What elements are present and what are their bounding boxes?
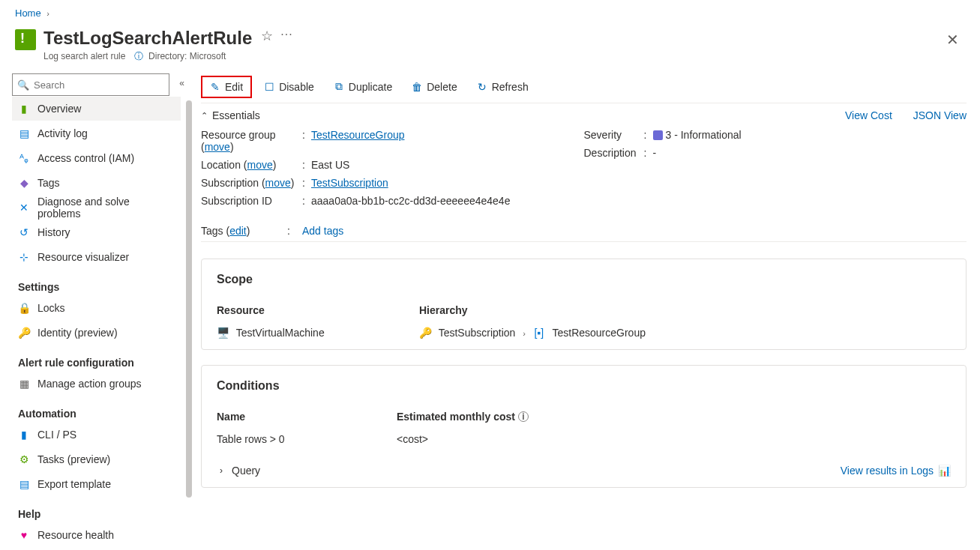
nav-cli-ps[interactable]: ▮ CLI / PS: [12, 423, 181, 447]
search-input[interactable]: [32, 79, 164, 91]
nav-diagnose[interactable]: ✕ Diagnose and solve problems: [12, 196, 181, 220]
export-template-icon: ▤: [18, 478, 30, 490]
scope-hierarchy-sub: TestSubscription: [439, 327, 516, 339]
diagnose-icon: ✕: [18, 202, 30, 214]
query-label: Query: [232, 465, 260, 477]
cond-query-row[interactable]: › Query View results in Logs 📊: [217, 456, 951, 477]
access-control-icon: ᴬᵩ: [18, 152, 30, 164]
sidebar: « 🔍 ▮ Overview ▤ Activity log ᴬᵩ Access …: [0, 70, 187, 550]
sub-value-link[interactable]: TestSubscription: [311, 177, 388, 189]
search-icon: 🔍: [17, 79, 29, 91]
nav-label: Manage action groups: [37, 378, 142, 390]
view-cost-link[interactable]: View Cost: [845, 109, 892, 121]
subid-value: aaaa0a0a-bb1b-cc2c-dd3d-eeeeee4e4e4e: [311, 195, 510, 207]
nav-section-alert: Alert rule configuration: [18, 357, 187, 369]
sub-label: Subscription: [201, 177, 259, 189]
scope-row: 🖥️ TestVirtualMachine 🔑 TestSubscription…: [217, 327, 951, 339]
view-logs-link[interactable]: View results in Logs: [841, 465, 934, 477]
nav-label: Export template: [37, 478, 111, 490]
nav-label: Diagnose and solve problems: [37, 196, 175, 220]
collapse-sidebar-icon[interactable]: «: [179, 78, 184, 88]
nav-tasks[interactable]: ⚙ Tasks (preview): [12, 447, 181, 471]
chevron-right-icon: ›: [523, 329, 526, 338]
chevron-up-icon: ⌃: [201, 111, 208, 121]
lock-icon: 🔒: [18, 302, 30, 314]
essentials-header[interactable]: ⌃ Essentials View Cost JSON View: [201, 109, 967, 121]
close-button[interactable]: ✕: [940, 28, 965, 52]
rg-label: Resource group: [201, 129, 276, 141]
page-header: TestLogSearchAlertRule Log search alert …: [0, 22, 980, 70]
nav-tags[interactable]: ◆ Tags: [12, 171, 181, 195]
sidebar-search[interactable]: 🔍: [12, 73, 169, 96]
conditions-title: Conditions: [217, 379, 951, 393]
scope-col-hierarchy: Hierarchy: [419, 304, 951, 316]
desc-value: -: [653, 147, 657, 159]
breadcrumb-home[interactable]: Home: [15, 7, 41, 19]
severity-badge-icon: [653, 130, 663, 140]
nav-resource-health[interactable]: ♥ Resource health: [12, 523, 181, 547]
edit-icon: ✎: [210, 81, 220, 93]
chevron-right-icon: ›: [46, 9, 49, 18]
key-icon: 🔑: [419, 327, 431, 339]
cond-col-cost: Estimated monthly cost i: [397, 411, 951, 423]
nav-locks[interactable]: 🔒 Locks: [12, 296, 181, 320]
desc-label: Description: [584, 147, 644, 159]
nav-section-help: Help: [18, 508, 187, 520]
nav-activity-log[interactable]: ▤ Activity log: [12, 121, 181, 145]
history-icon: ↺: [18, 226, 30, 238]
nav-action-groups[interactable]: ▦ Manage action groups: [12, 372, 181, 396]
disable-button[interactable]: ☐ Disable: [256, 76, 322, 98]
refresh-button[interactable]: ↻ Refresh: [469, 76, 536, 98]
sub-move-link[interactable]: move: [265, 177, 291, 189]
scope-hierarchy-rg: TestResourceGroup: [552, 327, 646, 339]
tags-icon: ◆: [18, 177, 30, 189]
scope-resource: TestVirtualMachine: [236, 327, 325, 339]
info-icon[interactable]: ⓘ: [134, 51, 143, 61]
nav-access-control[interactable]: ᴬᵩ Access control (IAM): [12, 146, 181, 170]
nav-history[interactable]: ↺ History: [12, 220, 181, 244]
loc-move-link[interactable]: move: [247, 159, 273, 171]
info-icon[interactable]: i: [518, 411, 529, 422]
nav-label: Locks: [37, 302, 65, 314]
logs-icon: 📊: [938, 465, 951, 477]
essentials-grid: Resource group (move) : TestResourceGrou…: [201, 129, 967, 213]
more-menu-icon[interactable]: ···: [280, 28, 292, 41]
cond-cost: <cost>: [397, 433, 951, 445]
nav-overview[interactable]: ▮ Overview: [12, 97, 181, 121]
delete-button[interactable]: 🗑 Delete: [404, 76, 464, 98]
nav-export-template[interactable]: ▤ Export template: [12, 472, 181, 496]
main-content: ✎ Edit ☐ Disable ⧉ Duplicate 🗑 Delete ↻ …: [187, 70, 980, 550]
rg-value-link[interactable]: TestResourceGroup: [311, 129, 405, 141]
cli-icon: ▮: [18, 429, 30, 441]
edit-button[interactable]: ✎ Edit: [201, 76, 252, 98]
chevron-right-icon: ›: [220, 465, 223, 476]
scope-card: Scope Resource Hierarchy 🖥️ TestVirtualM…: [201, 259, 967, 350]
rg-move-link[interactable]: move: [205, 141, 230, 153]
nav-resource-visualizer[interactable]: ⊹ Resource visualizer: [12, 245, 181, 269]
nav-label: Overview: [37, 103, 81, 115]
page-subtitle: Log search alert rule ⓘ Directory: Micro…: [43, 50, 252, 63]
add-tags-link[interactable]: Add tags: [302, 225, 343, 237]
subid-label: Subscription ID: [201, 195, 302, 207]
nav-section-automation: Automation: [18, 408, 187, 420]
conditions-card: Conditions Name Estimated monthly cost i…: [201, 365, 967, 488]
breadcrumb: Home ›: [0, 0, 980, 22]
nav-identity[interactable]: 🔑 Identity (preview): [12, 321, 181, 345]
sidebar-scrollbar[interactable]: [186, 100, 192, 498]
alert-rule-icon: [15, 29, 36, 50]
favorite-star-icon[interactable]: ☆: [261, 28, 273, 44]
loc-value: East US: [311, 159, 349, 171]
json-view-link[interactable]: JSON View: [913, 109, 967, 121]
action-groups-icon: ▦: [18, 378, 30, 390]
refresh-icon: ↻: [477, 81, 487, 93]
cond-name: Table rows > 0: [217, 433, 397, 445]
overview-icon: ▮: [18, 103, 30, 115]
resource-group-icon: [▪]: [533, 327, 545, 339]
vm-icon: 🖥️: [217, 327, 229, 339]
scope-col-resource: Resource: [217, 304, 419, 316]
tags-edit-link[interactable]: edit: [229, 225, 247, 237]
cond-col-name: Name: [217, 411, 397, 423]
tags-label: Tags: [201, 225, 223, 237]
cond-row: Table rows > 0 <cost>: [217, 433, 951, 445]
duplicate-button[interactable]: ⧉ Duplicate: [326, 76, 400, 98]
